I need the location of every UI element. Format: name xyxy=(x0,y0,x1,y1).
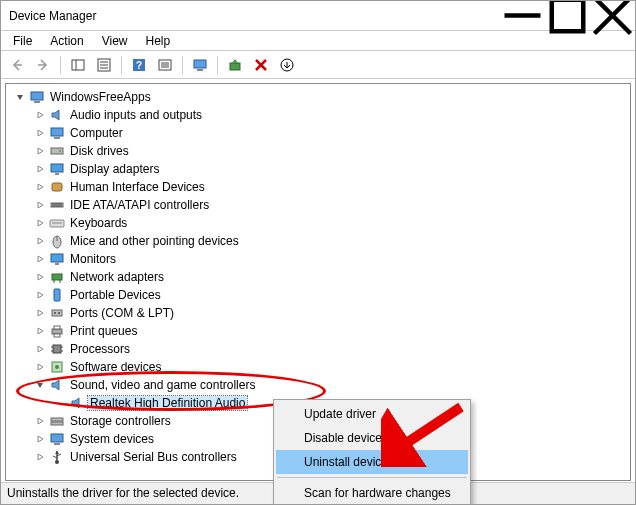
svg-rect-1 xyxy=(552,0,584,31)
expand-icon[interactable] xyxy=(34,307,46,319)
scan-hardware-button[interactable] xyxy=(188,53,212,77)
tree-category[interactable]: Portable Devices xyxy=(32,286,630,304)
tree-category-label: System devices xyxy=(68,432,156,446)
expand-icon[interactable] xyxy=(34,325,46,337)
expand-icon[interactable] xyxy=(34,181,46,193)
toolbar-separator xyxy=(121,56,122,74)
svg-rect-45 xyxy=(54,289,60,301)
device-category-icon xyxy=(49,215,65,231)
svg-rect-25 xyxy=(34,101,40,103)
device-category-icon xyxy=(49,107,65,123)
maximize-button[interactable] xyxy=(545,1,590,30)
action-button[interactable] xyxy=(153,53,177,77)
tree-category-label: Network adapters xyxy=(68,270,166,284)
tree-category[interactable]: Computer xyxy=(32,124,630,142)
svg-rect-62 xyxy=(54,443,60,445)
tree-category[interactable]: Software devices xyxy=(32,358,630,376)
expand-icon[interactable] xyxy=(34,199,46,211)
disable-button[interactable] xyxy=(275,53,299,77)
tree-category-label: Universal Serial Bus controllers xyxy=(68,450,239,464)
menu-view[interactable]: View xyxy=(94,32,136,50)
expand-icon[interactable] xyxy=(34,451,46,463)
collapse-icon[interactable] xyxy=(34,379,46,391)
tree-category-label: Keyboards xyxy=(68,216,129,230)
tree-category[interactable]: Ports (COM & LPT) xyxy=(32,304,630,322)
tree-category[interactable]: Audio inputs and outputs xyxy=(32,106,630,124)
tree-category[interactable]: Human Interface Devices xyxy=(32,178,630,196)
expand-icon[interactable] xyxy=(34,433,46,445)
expand-icon[interactable] xyxy=(34,235,46,247)
expand-icon[interactable] xyxy=(34,289,46,301)
svg-text:?: ? xyxy=(136,60,142,71)
svg-rect-30 xyxy=(51,164,63,172)
speaker-icon xyxy=(69,395,85,411)
expand-icon[interactable] xyxy=(34,271,46,283)
menu-file[interactable]: File xyxy=(5,32,40,50)
close-button[interactable] xyxy=(590,1,635,30)
device-category-icon xyxy=(49,287,65,303)
tree-category-label: Audio inputs and outputs xyxy=(68,108,204,122)
tree-category[interactable]: Monitors xyxy=(32,250,630,268)
expand-icon[interactable] xyxy=(34,253,46,265)
collapse-icon[interactable] xyxy=(14,91,26,103)
list-icon xyxy=(157,57,173,73)
context-separator xyxy=(277,477,467,478)
expand-icon[interactable] xyxy=(34,109,46,121)
tree-category-label: Ports (COM & LPT) xyxy=(68,306,176,320)
expand-icon[interactable] xyxy=(34,343,46,355)
tree-category[interactable]: Mice and other pointing devices xyxy=(32,232,630,250)
context-disable-device[interactable]: Disable device xyxy=(276,426,468,450)
context-update-driver[interactable]: Update driver xyxy=(276,402,468,426)
expand-icon[interactable] xyxy=(34,127,46,139)
tree-category-label: Processors xyxy=(68,342,132,356)
device-category-icon xyxy=(49,251,65,267)
svg-rect-61 xyxy=(51,434,63,442)
menu-help[interactable]: Help xyxy=(138,32,179,50)
svg-rect-6 xyxy=(72,60,84,70)
tree-root[interactable]: WindowsFreeApps xyxy=(12,88,630,106)
monitor-scan-icon xyxy=(192,57,208,73)
tree-category[interactable]: Sound, video and game controllers xyxy=(32,376,630,394)
expand-icon[interactable] xyxy=(34,217,46,229)
tree-category[interactable]: Processors xyxy=(32,340,630,358)
device-category-icon xyxy=(49,125,65,141)
tree-category-label: Print queues xyxy=(68,324,139,338)
device-category-icon xyxy=(49,197,65,213)
update-driver-button[interactable] xyxy=(223,53,247,77)
context-uninstall-device[interactable]: Uninstall device xyxy=(276,450,468,474)
tree-category[interactable]: Keyboards xyxy=(32,214,630,232)
device-category-icon xyxy=(49,233,65,249)
tree-category[interactable]: Display adapters xyxy=(32,160,630,178)
device-category-icon xyxy=(49,269,65,285)
expand-icon[interactable] xyxy=(34,361,46,373)
help-button[interactable]: ? xyxy=(127,53,151,77)
svg-rect-42 xyxy=(52,274,62,280)
context-scan-hardware[interactable]: Scan for hardware changes xyxy=(276,481,468,505)
svg-rect-40 xyxy=(51,254,63,262)
device-category-icon xyxy=(49,359,65,375)
tree-category-label: Monitors xyxy=(68,252,118,266)
svg-rect-31 xyxy=(55,173,59,175)
device-category-icon xyxy=(49,341,65,357)
device-category-icon xyxy=(49,449,65,465)
show-hide-tree-button[interactable] xyxy=(66,53,90,77)
expand-icon[interactable] xyxy=(34,163,46,175)
device-category-icon xyxy=(49,413,65,429)
uninstall-button[interactable] xyxy=(249,53,273,77)
menu-action[interactable]: Action xyxy=(42,32,91,50)
tree-category[interactable]: Disk drives xyxy=(32,142,630,160)
context-menu: Update driver Disable device Uninstall d… xyxy=(273,399,471,505)
expand-icon[interactable] xyxy=(34,145,46,157)
minimize-button[interactable] xyxy=(500,1,545,30)
tree-category[interactable]: Network adapters xyxy=(32,268,630,286)
toolbar: ? xyxy=(1,51,635,79)
back-arrow-icon xyxy=(9,57,25,73)
tree-category[interactable]: Print queues xyxy=(32,322,630,340)
tree-category-label: IDE ATA/ATAPI controllers xyxy=(68,198,211,212)
svg-point-48 xyxy=(58,312,60,314)
tree-category-label: Sound, video and game controllers xyxy=(68,378,257,392)
tree-category[interactable]: IDE ATA/ATAPI controllers xyxy=(32,196,630,214)
expand-icon[interactable] xyxy=(34,415,46,427)
svg-rect-60 xyxy=(51,422,63,425)
properties-button[interactable] xyxy=(92,53,116,77)
